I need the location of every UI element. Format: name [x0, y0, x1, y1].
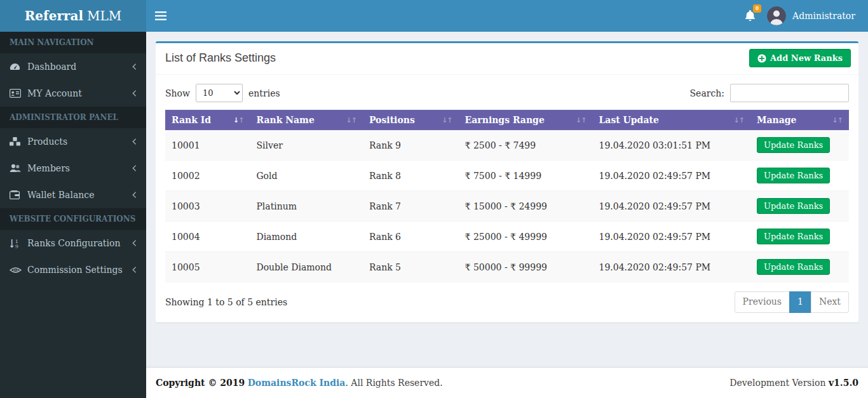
sidebar-item-label: Members — [27, 163, 132, 173]
hamburger-icon — [155, 11, 166, 20]
show-label: Show — [165, 88, 190, 98]
chevron-left-icon — [132, 191, 137, 199]
cell-rank-id: 10004 — [165, 222, 250, 252]
sidebar-item-ranks-configuration[interactable]: 19 Ranks Configuration — [0, 230, 146, 256]
cell-position: Rank 6 — [363, 222, 459, 252]
cell-rank-id: 10005 — [165, 252, 250, 282]
cell-rank-id: 10001 — [165, 130, 250, 161]
sidebar-item-label: Products — [27, 136, 132, 147]
sidebar-item-my-account[interactable]: MY Account — [0, 80, 146, 107]
sidebar-item-label: Ranks Configuration — [27, 238, 132, 248]
column-label: Manage — [757, 115, 797, 125]
column-header-manage[interactable]: Manage↓↑ — [750, 110, 849, 130]
sidebar-item-commission-settings[interactable]: Commission Settings — [0, 256, 146, 283]
sort-icon: ↓↑ — [832, 116, 843, 124]
notifications-button[interactable]: 0 — [736, 0, 763, 32]
cell-last-update: 19.04.2020 02:49:57 PM — [592, 252, 750, 282]
column-label: Rank Name — [256, 115, 314, 125]
wallet-icon — [10, 190, 27, 199]
version-label: Development Version — [729, 378, 825, 388]
brand-name-light: MLM — [87, 8, 121, 23]
cell-rank-name: Double Diamond — [250, 252, 363, 282]
sidebar-item-dashboard[interactable]: Dashboard — [0, 53, 146, 80]
table-info-text: Showing 1 to 5 of 5 entries — [165, 297, 287, 307]
top-header: Referral MLM 0 Ad — [0, 0, 868, 32]
column-header-last-update[interactable]: Last Update↓↑ — [592, 110, 750, 130]
sort-icon: ↓↑ — [442, 116, 452, 124]
sidebar-item-label: Wallet Balance — [27, 190, 132, 200]
plus-circle-icon — [757, 54, 766, 63]
cell-rank-id: 10003 — [165, 191, 250, 222]
cell-earnings: ₹ 7500 - ₹ 14999 — [459, 161, 593, 191]
sidebar-item-label: Dashboard — [27, 62, 132, 72]
version-number: v1.5.0 — [829, 378, 858, 388]
version-text: Development Version v1.5.0 — [729, 378, 858, 388]
sidebar-item-products[interactable]: Products — [0, 128, 146, 155]
sidebar: MAIN NAVIGATION Dashboard MY Account ADM… — [0, 32, 146, 398]
chevron-left-icon — [132, 138, 137, 145]
cell-rank-name: Diamond — [250, 222, 363, 252]
copyright-text: Copyright © 2019 DomainsRock India. All … — [156, 378, 443, 388]
sidebar-section-administrator-panel: ADMINISTRATOR PANEL — [0, 107, 146, 128]
user-menu[interactable]: Administrator — [763, 0, 859, 32]
column-label: Earnings Range — [465, 115, 545, 125]
pagination-next-button[interactable]: Next — [811, 291, 849, 313]
user-avatar — [767, 6, 786, 25]
column-header-earnings-range[interactable]: Earnings Range↓↑ — [459, 110, 593, 130]
handshake-icon — [10, 266, 27, 274]
domainsrock-link[interactable]: DomainsRock India — [248, 378, 346, 388]
tachometer-icon — [10, 62, 27, 71]
pagination: Previous 1 Next — [735, 291, 849, 313]
table-row: 10005 Double Diamond Rank 5 ₹ 50000 - ₹ … — [165, 252, 849, 282]
app-window: Referral MLM 0 Ad — [0, 0, 868, 398]
page-length-control: Show 10 entries — [165, 84, 280, 102]
add-new-ranks-label: Add New Ranks — [770, 53, 843, 63]
pagination-previous-button[interactable]: Previous — [735, 291, 790, 313]
page-footer: Copyright © 2019 DomainsRock India. All … — [146, 367, 868, 398]
update-ranks-button[interactable]: Update Ranks — [757, 168, 830, 183]
column-label: Last Update — [599, 115, 658, 125]
sidebar-item-label: Commission Settings — [27, 265, 132, 275]
column-header-positions[interactable]: Positions↓↑ — [363, 110, 459, 130]
cell-last-update: 19.04.2020 02:49:57 PM — [592, 161, 750, 191]
cell-last-update: 19.04.2020 02:49:57 PM — [592, 222, 750, 252]
add-new-ranks-button[interactable]: Add New Ranks — [749, 49, 851, 67]
search-control: Search: — [690, 84, 850, 102]
cell-earnings: ₹ 50000 - ₹ 99999 — [459, 252, 593, 282]
sidebar-item-members[interactable]: Members — [0, 155, 146, 182]
table-row: 10001 Silver Rank 9 ₹ 2500 - ₹ 7499 19.0… — [165, 130, 849, 161]
cell-position: Rank 8 — [363, 161, 459, 191]
cell-rank-name: Gold — [250, 161, 363, 191]
pagination-page-1-button[interactable]: 1 — [789, 291, 811, 313]
column-header-rank-id[interactable]: Rank Id↓↑ — [165, 110, 250, 130]
update-ranks-button[interactable]: Update Ranks — [757, 137, 830, 153]
update-ranks-button[interactable]: Update Ranks — [757, 259, 830, 275]
cell-position: Rank 9 — [363, 130, 459, 161]
update-ranks-button[interactable]: Update Ranks — [757, 198, 830, 214]
ranks-settings-card: List of Ranks Settings Add New Ranks Sho… — [156, 41, 858, 322]
cell-rank-name: Platinum — [250, 191, 363, 222]
cell-rank-name: Silver — [250, 130, 363, 161]
users-icon — [10, 164, 27, 173]
sidebar-item-wallet-balance[interactable]: Wallet Balance — [0, 182, 146, 208]
table-row: 10004 Diamond Rank 6 ₹ 25000 - ₹ 49999 1… — [165, 222, 849, 252]
sort-numeric-icon: 19 — [10, 239, 27, 248]
brand-name-bold: Referral — [25, 8, 83, 23]
sidebar-item-label: MY Account — [27, 88, 132, 98]
column-label: Positions — [369, 115, 415, 125]
svg-text:9: 9 — [15, 243, 18, 248]
cell-rank-id: 10002 — [165, 161, 250, 191]
cell-earnings: ₹ 25000 - ₹ 49999 — [459, 222, 593, 252]
chevron-left-icon — [132, 90, 137, 97]
update-ranks-button[interactable]: Update Ranks — [757, 229, 830, 244]
content-area: List of Ranks Settings Add New Ranks Sho… — [146, 32, 868, 367]
sidebar-toggle-button[interactable] — [146, 0, 175, 32]
cell-position: Rank 5 — [363, 252, 459, 282]
rights-text: . All Rights Reserved. — [345, 378, 442, 388]
brand-logo[interactable]: Referral MLM — [0, 0, 146, 32]
cell-last-update: 19.04.2020 03:01:51 PM — [592, 130, 750, 161]
page-length-select[interactable]: 10 — [196, 84, 243, 102]
chevron-left-icon — [132, 266, 137, 274]
column-header-rank-name[interactable]: Rank Name↓↑ — [250, 110, 363, 130]
search-input[interactable] — [730, 84, 849, 102]
